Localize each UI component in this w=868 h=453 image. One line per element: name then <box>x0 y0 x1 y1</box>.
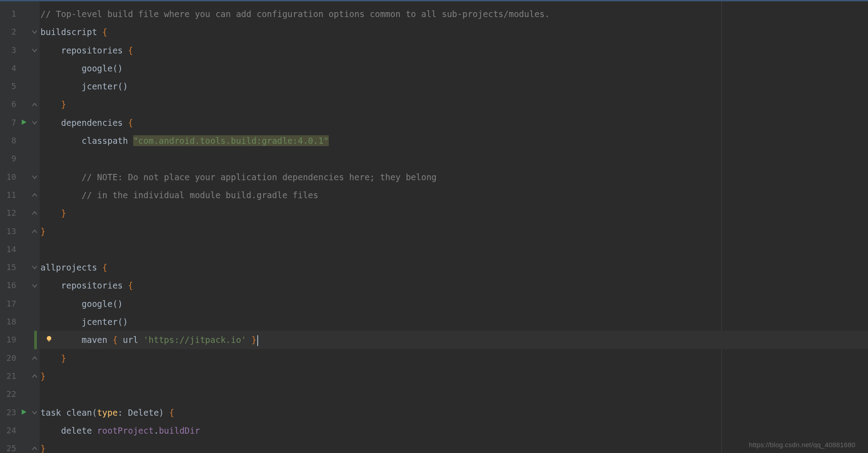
line-number[interactable]: 15 <box>0 258 40 276</box>
code-token: delete <box>40 426 97 435</box>
line-number[interactable]: 11 <box>0 186 40 204</box>
code-token: buildscript <box>40 27 102 37</box>
code-token: google() <box>40 63 123 73</box>
code-token <box>246 335 251 345</box>
code-line[interactable]: dependencies { <box>40 114 868 132</box>
code-token: { <box>128 118 133 128</box>
intention-bulb-icon[interactable] <box>39 331 59 349</box>
code-line[interactable] <box>40 385 868 403</box>
code-line[interactable]: // in the individual module build.gradle… <box>40 186 868 204</box>
code-line[interactable]: // Top-level build file where you can ad… <box>40 5 868 23</box>
line-number[interactable]: 9 <box>0 150 40 168</box>
svg-point-0 <box>47 336 51 341</box>
code-line[interactable] <box>40 150 868 168</box>
code-line[interactable]: } <box>40 367 868 385</box>
line-number[interactable]: 2 <box>0 23 40 41</box>
line-number[interactable]: 4 <box>0 59 40 77</box>
code-line[interactable]: } <box>40 222 868 240</box>
vcs-change-marker <box>34 331 37 349</box>
line-number[interactable]: 18 <box>0 313 40 331</box>
fold-collapse-icon[interactable] <box>31 29 38 35</box>
fold-expand-icon[interactable] <box>31 192 38 198</box>
code-token: "com.android.tools.build:gradle:4.0.1" <box>133 135 329 146</box>
code-token: { <box>112 335 117 345</box>
line-number[interactable]: 6 <box>0 95 40 113</box>
fold-collapse-icon[interactable] <box>31 120 38 126</box>
code-line[interactable]: maven { url 'https://jitpack.io' } <box>40 331 868 349</box>
code-line[interactable]: } <box>40 440 868 453</box>
code-token <box>40 353 61 363</box>
code-line[interactable]: } <box>40 95 868 113</box>
code-line[interactable]: classpath "com.android.tools.build:gradl… <box>40 132 868 150</box>
code-token: 'https://jitpack.io' <box>143 335 246 345</box>
text-caret <box>257 335 258 346</box>
line-number[interactable]: 8 <box>0 132 40 150</box>
code-token: { <box>102 27 107 37</box>
code-area[interactable]: // Top-level build file where you can ad… <box>40 1 868 453</box>
code-line[interactable]: delete rootProject.buildDir <box>40 422 868 440</box>
svg-rect-1 <box>48 341 50 342</box>
line-number[interactable]: 20 <box>0 349 40 367</box>
line-number[interactable]: 21 <box>0 367 40 385</box>
run-gutter-icon[interactable] <box>21 404 27 422</box>
line-number[interactable]: 5 <box>0 77 40 95</box>
run-gutter-icon[interactable] <box>21 114 27 132</box>
code-token: buildDir <box>159 426 200 435</box>
line-number[interactable]: 16 <box>0 276 40 294</box>
line-number[interactable]: 24 <box>0 422 40 440</box>
line-number[interactable]: 10 <box>0 168 40 186</box>
line-number[interactable]: 19 <box>0 331 40 349</box>
code-line[interactable]: // NOTE: Do not place your application d… <box>40 168 868 186</box>
fold-collapse-icon[interactable] <box>31 264 38 271</box>
code-token: type <box>97 408 118 417</box>
code-line[interactable]: google() <box>40 295 868 313</box>
fold-expand-icon[interactable] <box>31 210 38 216</box>
code-token: dependencies <box>40 118 128 128</box>
fold-expand-icon[interactable] <box>31 102 38 108</box>
fold-collapse-icon[interactable] <box>31 174 38 180</box>
editor: 1234567891011121314151617181920212223242… <box>0 1 868 453</box>
line-number[interactable]: 23 <box>0 404 40 422</box>
fold-expand-icon[interactable] <box>31 228 38 235</box>
code-token: } <box>40 444 45 453</box>
fold-expand-icon[interactable] <box>31 373 38 379</box>
line-number[interactable]: 7 <box>0 114 40 132</box>
code-line[interactable]: google() <box>40 59 868 77</box>
code-line[interactable]: buildscript { <box>40 23 868 41</box>
watermark-text: https://blog.csdn.net/qq_40881680 <box>749 441 855 449</box>
fold-collapse-icon[interactable] <box>31 409 38 416</box>
code-token: repositories <box>40 280 128 290</box>
code-line[interactable] <box>40 240 868 258</box>
code-token: google() <box>40 299 123 309</box>
line-number[interactable]: 3 <box>0 41 40 59</box>
code-token: task clean( <box>40 408 97 417</box>
code-line[interactable]: } <box>40 204 868 222</box>
code-token: } <box>251 335 256 345</box>
code-token: { <box>169 408 174 417</box>
code-line[interactable]: repositories { <box>40 41 868 59</box>
code-token: jcenter() <box>40 81 128 91</box>
line-number[interactable]: 22 <box>0 385 40 403</box>
code-line[interactable]: repositories { <box>40 276 868 294</box>
code-token: . <box>154 426 159 435</box>
line-number-gutter[interactable]: 1234567891011121314151617181920212223242… <box>0 1 40 453</box>
fold-expand-icon[interactable] <box>31 445 38 452</box>
fold-collapse-icon[interactable] <box>31 283 38 289</box>
code-token: } <box>40 371 45 381</box>
code-token: rootProject <box>97 426 154 435</box>
line-number[interactable]: 13 <box>0 222 40 240</box>
line-number[interactable]: 14 <box>0 240 40 258</box>
code-token: : Delete) <box>118 408 169 417</box>
fold-expand-icon[interactable] <box>31 355 38 361</box>
code-token: url <box>118 335 143 345</box>
code-line[interactable]: jcenter() <box>40 313 868 331</box>
line-number[interactable]: 25 <box>0 440 40 453</box>
line-number[interactable]: 17 <box>0 295 40 313</box>
code-line[interactable]: } <box>40 349 868 367</box>
fold-collapse-icon[interactable] <box>31 47 38 53</box>
code-line[interactable]: allprojects { <box>40 258 868 276</box>
code-line[interactable]: jcenter() <box>40 77 868 95</box>
code-line[interactable]: task clean(type: Delete) { <box>40 404 868 422</box>
line-number[interactable]: 12 <box>0 204 40 222</box>
line-number[interactable]: 1 <box>0 5 40 23</box>
